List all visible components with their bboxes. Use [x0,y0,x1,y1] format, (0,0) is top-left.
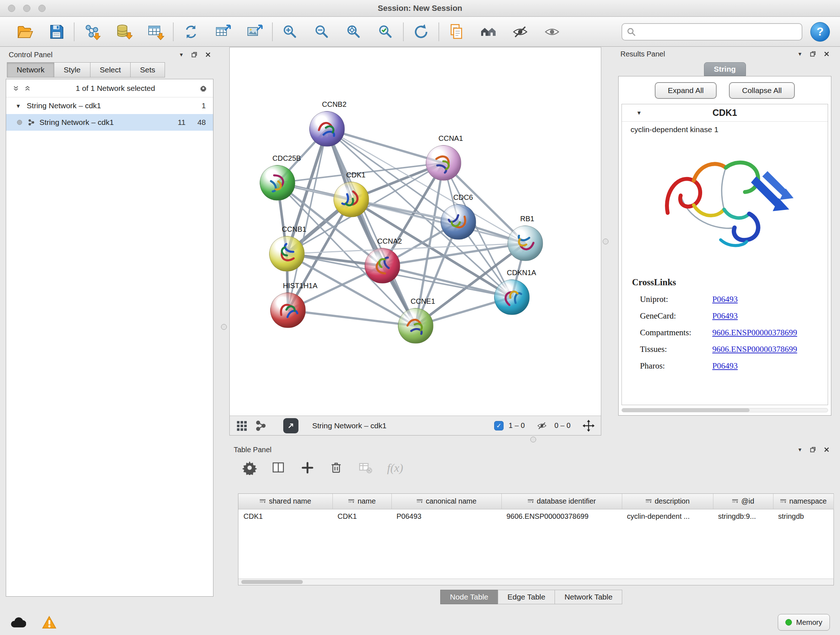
maximize-window-button[interactable] [38,5,46,12]
network-node-cdc25b[interactable] [260,165,295,201]
warning-icon[interactable] [42,616,57,629]
table-row[interactable]: CDK1 CDK1 P06493 9606.ENSP00000378699 cy… [238,509,834,524]
expand-all-networks-icon[interactable] [24,85,31,92]
copy-document-icon[interactable] [441,23,472,41]
save-session-icon[interactable] [41,23,73,41]
network-share-icon[interactable] [255,420,266,431]
column-header-description[interactable]: description [622,494,713,509]
network-node-ccne1[interactable] [398,308,433,344]
selected-checkbox-icon[interactable]: ✓ [494,421,504,431]
import-table-from-file-icon[interactable] [140,23,172,41]
panel-close-icon[interactable] [823,51,830,57]
memory-button[interactable]: Memory [778,614,830,631]
network-node-ccna1[interactable] [426,145,461,181]
panel-float-icon[interactable] [810,447,816,453]
export-image-icon[interactable] [239,23,271,41]
import-network-from-file-icon[interactable] [76,23,108,41]
network-node-ccnb1[interactable] [269,236,305,272]
crosslink-compartments[interactable]: 9606.ENSP00000378699 [712,328,797,337]
tab-sets[interactable]: Sets [130,62,165,78]
open-session-icon[interactable] [9,23,41,41]
tab-edge-table[interactable]: Edge Table [498,590,555,604]
cell-name[interactable]: CDK1 [332,509,392,524]
network-row[interactable]: String Network – cdk1 11 48 [6,114,213,131]
splitter-handle[interactable] [221,324,227,330]
tab-style[interactable]: Style [54,62,90,78]
cell-id[interactable]: stringdb:9... [713,509,773,524]
column-header-canonical-name[interactable]: canonical name [392,494,501,509]
network-node-ccnb2[interactable] [309,111,345,147]
panel-close-icon[interactable] [205,51,211,58]
toolbar-separator [74,22,74,41]
column-header-namespace[interactable]: namespace [773,494,834,509]
column-header-database-identifier[interactable]: database identifier [501,494,622,509]
results-horizontal-scrollbar[interactable] [622,408,828,412]
search-input[interactable] [639,27,797,36]
network-node-ccna2[interactable] [365,248,400,283]
birds-eye-view-icon[interactable] [236,420,247,431]
cloud-status-icon[interactable] [10,616,26,629]
cell-shared-name[interactable]: CDK1 [238,509,332,524]
panel-float-icon[interactable] [810,51,816,57]
close-window-button[interactable] [8,5,15,12]
network-node-cdkn1a[interactable] [494,279,530,315]
tab-string[interactable]: String [704,62,746,76]
show-details-icon[interactable] [536,23,568,41]
network-node-cdc6[interactable] [441,204,476,240]
column-header-id[interactable]: @id [713,494,773,509]
zoom-out-icon[interactable] [306,23,338,41]
export-table-icon[interactable] [207,23,239,41]
column-header-name[interactable]: name [332,494,392,509]
tab-network[interactable]: Network [7,62,54,78]
minimize-window-button[interactable] [23,5,30,12]
crosslink-tissues[interactable]: 9606.ENSP00000378699 [712,345,797,354]
cell-namespace[interactable]: stringdb [773,509,834,524]
network-node-cdk1[interactable] [333,182,369,217]
network-node-rb1[interactable] [508,226,543,261]
network-options-gear-icon[interactable] [200,85,207,92]
collapse-all-networks-icon[interactable] [13,85,19,92]
hidden-eye-slash-icon[interactable] [537,420,547,431]
apply-layout-icon[interactable] [405,23,437,41]
network-node-hist1h1a[interactable] [270,293,306,328]
add-column-icon[interactable] [300,461,315,475]
splitter-handle[interactable] [531,437,536,442]
splitter-handle[interactable] [603,239,608,244]
entry-disclosure-icon[interactable]: ▼ [636,110,642,116]
cell-description[interactable]: cyclin-dependent ... [622,509,713,524]
tab-node-table[interactable]: Node Table [440,590,498,604]
collection-disclosure-icon[interactable]: ▼ [16,103,21,109]
tab-network-table[interactable]: Network Table [554,590,622,604]
panel-float-icon[interactable] [191,51,197,58]
panel-close-icon[interactable] [823,447,830,453]
network-collection-row[interactable]: ▼ String Network – cdk1 1 [6,97,213,114]
column-header-shared-name[interactable]: shared name [238,494,332,509]
cell-database-identifier[interactable]: 9606.ENSP00000378699 [501,509,622,524]
home-views-icon[interactable] [472,23,504,41]
collapse-all-button[interactable]: Collapse All [729,82,795,99]
select-columns-icon[interactable] [271,461,286,475]
zoom-fit-icon[interactable] [338,23,370,41]
network-canvas[interactable]: CCNB2CCNA1CDC25BCDK1CDC6RB1CCNB1CCNA2CDK… [230,48,601,416]
help-button[interactable]: ? [810,22,830,42]
crosslink-uniprot[interactable]: P06493 [712,295,737,304]
delete-column-trash-icon[interactable] [329,461,344,475]
tab-select[interactable]: Select [90,62,131,78]
zoom-in-icon[interactable] [274,23,306,41]
panel-menu-icon[interactable]: ▼ [797,447,802,453]
cell-canonical-name[interactable]: P06493 [392,509,501,524]
table-horizontal-scrollbar[interactable] [238,578,834,585]
sync-network-icon[interactable] [175,23,207,41]
table-header-row: shared name name canonical name database… [238,494,834,509]
crosslink-pharos[interactable]: P06493 [712,361,737,371]
zoom-selected-icon[interactable] [370,23,401,41]
panel-menu-icon[interactable]: ▼ [797,51,802,57]
crosslink-genecard[interactable]: P06493 [712,311,737,321]
expand-all-button[interactable]: Expand All [655,82,717,99]
table-settings-gear-icon[interactable] [242,461,257,475]
hide-details-icon[interactable] [504,23,536,41]
pan-move-icon[interactable] [582,419,595,432]
panel-menu-icon[interactable]: ▼ [179,52,184,57]
import-network-from-database-icon[interactable] [108,23,140,41]
detach-view-button[interactable] [283,418,298,433]
